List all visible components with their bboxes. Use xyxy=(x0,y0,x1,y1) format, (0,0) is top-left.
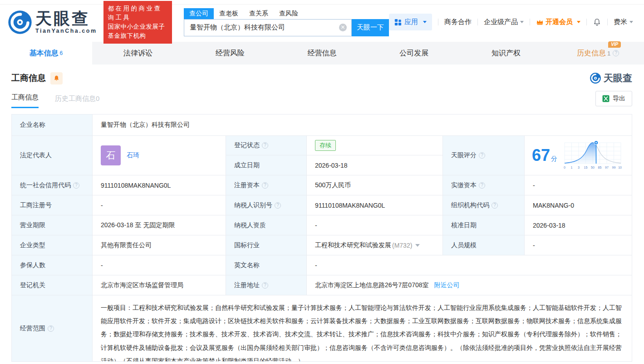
field-label-taxpayer-id: 纳税人识别号? xyxy=(226,195,307,215)
field-value-taxpayer-quality: - xyxy=(307,215,443,235)
clear-search-icon[interactable]: ✕ xyxy=(339,24,347,31)
status-badge: 存续 xyxy=(315,140,336,151)
tab-company-development[interactable]: 公司发展 xyxy=(368,42,460,65)
svg-text:0: 0 xyxy=(564,166,565,169)
tab-legal-litigation[interactable]: 法律诉讼 xyxy=(92,42,184,65)
search-tab-company[interactable]: 查公司 xyxy=(184,8,214,19)
divider xyxy=(438,19,438,25)
bell-icon xyxy=(53,75,60,82)
nav-enterprise-products[interactable]: 企业级产品 xyxy=(484,18,524,26)
company-tabs: 基本信息 6 法律诉讼 经营风险 经营信息 公司发展 知识产权 VIP 历史信息… xyxy=(0,42,644,65)
svg-text:99: 99 xyxy=(612,166,616,169)
vip-badge: VIP xyxy=(608,41,621,48)
legal-rep-name-link[interactable]: 石琦 xyxy=(127,151,139,160)
notifications-bell-icon[interactable] xyxy=(593,18,601,26)
header-nav: 应用 商务合作 企业级产品 开通会员 费米 xyxy=(389,14,633,30)
tianyancha-logo[interactable]: 天眼查 TianYanCha.com xyxy=(7,10,97,35)
tab-history-info[interactable]: VIP 历史信息 1 ? xyxy=(552,42,644,65)
field-value-company-type: 其他有限责任公司 xyxy=(93,235,226,255)
chevron-down-icon xyxy=(629,21,633,23)
username: 费米 xyxy=(614,18,627,26)
field-label-staff-size: 人员规模 xyxy=(443,235,525,255)
main-content: 工商信息 天眼查 工商信息 历史工商信息0 xyxy=(0,65,644,362)
score-distribution-chart: 0 1 3 15 50 85 97 99 100 xyxy=(564,140,622,171)
chevron-down-icon xyxy=(520,21,524,23)
search-block: 查公司 查老板 查关系 查风险 ✕ 天眼一下 xyxy=(184,8,389,36)
field-value-credit-code: 91110108MAK8NANG0L xyxy=(93,175,226,195)
nav-cooperation[interactable]: 商务合作 xyxy=(444,18,472,26)
chevron-down-icon[interactable] xyxy=(415,244,420,247)
field-value-tianyan-score[interactable]: 67分 xyxy=(525,136,632,175)
legal-rep-avatar[interactable]: 石 xyxy=(101,145,121,165)
subtab-business-info[interactable]: 工商信息 xyxy=(11,93,39,108)
field-label-business-term: 营业期限 xyxy=(12,215,93,235)
field-value-insured-count: - xyxy=(93,255,226,275)
svg-text:100: 100 xyxy=(618,166,622,169)
help-icon[interactable]: ? xyxy=(262,282,268,289)
help-icon[interactable]: ? xyxy=(492,202,498,209)
svg-text:1: 1 xyxy=(571,166,573,169)
help-icon[interactable]: ? xyxy=(262,182,268,189)
field-label-tianyan-score: 天眼评分? xyxy=(443,136,525,175)
nav-open-vip[interactable]: 开通会员 xyxy=(536,18,580,26)
help-icon[interactable]: ? xyxy=(73,182,79,189)
field-value-registered-address: 北京市海淀区上地信息路26号7层0708室 附近公司 xyxy=(307,275,632,295)
field-value-business-scope: 一般项目：工程和技术研究和试验发展；自然科学研究和试验发展；量子计算技术服务；人… xyxy=(93,295,632,362)
help-icon[interactable]: ? xyxy=(48,325,54,332)
field-value-company-name: 量智开物（北京）科技有限公司 xyxy=(93,115,632,136)
divider xyxy=(607,19,608,25)
divider xyxy=(586,19,587,25)
tab-operation-info[interactable]: 经营信息 xyxy=(276,42,368,65)
tianyancha-logo-icon xyxy=(7,10,33,35)
tab-count: 6 xyxy=(60,50,63,56)
help-icon[interactable]: ? xyxy=(479,152,485,159)
chevron-down-icon xyxy=(423,21,427,23)
help-icon[interactable]: ? xyxy=(479,182,485,189)
monitor-bell-button[interactable] xyxy=(50,72,63,85)
field-value-industry[interactable]: 工程和技术研究和试验发展 (M732) xyxy=(307,235,443,255)
search-button[interactable]: 天眼一下 xyxy=(352,19,389,36)
field-label-company-name: 企业名称 xyxy=(12,115,93,136)
search-tabs: 查公司 查老板 查关系 查风险 xyxy=(184,8,389,19)
field-label-registration-status: 登记状态? xyxy=(226,136,307,155)
field-value-legal-representative: 石 石琦 xyxy=(93,136,226,175)
nearby-companies-link[interactable]: 附近公司 xyxy=(434,281,460,289)
search-tab-relation[interactable]: 查关系 xyxy=(244,8,274,19)
search-tab-risk[interactable]: 查风险 xyxy=(274,8,304,19)
svg-text:85: 85 xyxy=(598,166,602,169)
apps-menu-button[interactable]: 应用 xyxy=(389,14,432,30)
tab-count: 1 xyxy=(607,50,610,57)
apps-grid-icon xyxy=(394,19,402,26)
field-label-insured-count: 参保人数 xyxy=(12,255,93,275)
nav-user-menu[interactable]: 费米 xyxy=(614,18,633,26)
divider xyxy=(477,19,478,25)
score-unit: 分 xyxy=(551,155,557,162)
field-value-registration-authority: 北京市海淀区市场监督管理局 xyxy=(93,275,226,295)
field-value-paid-capital: - xyxy=(525,175,632,195)
tab-intellectual-property[interactable]: 知识产权 xyxy=(460,42,552,65)
field-value-business-term: 2026-03-18 至 无固定期限 xyxy=(93,215,226,235)
search-tab-boss[interactable]: 查老板 xyxy=(214,8,244,19)
help-icon[interactable]: ? xyxy=(262,142,268,149)
help-icon[interactable]: ? xyxy=(275,202,281,209)
field-value-registration-status: 存续 xyxy=(307,136,443,155)
subtab-history-business-info[interactable]: 历史工商信息0 xyxy=(55,95,99,108)
apps-label: 应用 xyxy=(404,18,418,26)
promo-banner: 都在用的商业查询工具 国家中小企业发展子基金旗下机构 xyxy=(103,1,172,44)
logo-domain: TianYanCha.com xyxy=(35,28,97,34)
export-button[interactable]: 导出 xyxy=(595,91,632,106)
divider xyxy=(530,19,530,25)
field-value-staff-size: - xyxy=(525,235,632,255)
tab-operation-risk[interactable]: 经营风险 xyxy=(184,42,276,65)
field-label-industry: 国标行业 xyxy=(226,235,307,255)
help-icon[interactable]: ? xyxy=(613,50,619,56)
field-label-organization-code: 组织机构代码? xyxy=(443,195,525,215)
section-title: 工商信息 xyxy=(11,72,46,84)
tab-basic-info[interactable]: 基本信息 6 xyxy=(0,42,92,65)
top-divider xyxy=(0,0,644,5)
chevron-down-icon xyxy=(577,21,580,23)
logo-title: 天眼查 xyxy=(35,10,97,27)
watermark-logo: 天眼查 xyxy=(590,72,632,85)
search-input[interactable] xyxy=(184,20,351,36)
tianyancha-watermark-icon xyxy=(590,72,601,84)
